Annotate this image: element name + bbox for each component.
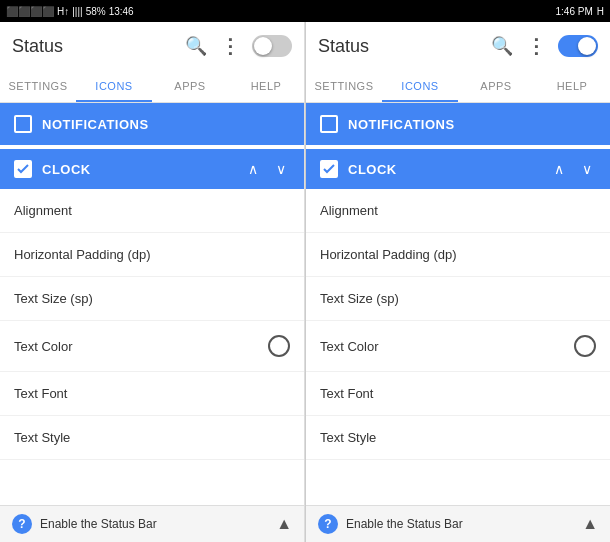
tab-apps-right[interactable]: APPS [458, 70, 534, 102]
panel-right: Status 🔍 ⋮ SETTINGS ICONS APPS HELP [306, 22, 610, 542]
check-icon-left [17, 164, 29, 174]
notification-label-right: NOTIFICATIONS [348, 117, 455, 132]
status-bar-right: 1:46 PM H [556, 6, 604, 17]
tab-help-left[interactable]: HELP [228, 70, 304, 102]
signal-text: H↑ [57, 6, 69, 17]
signal-bars: |||| [72, 6, 82, 17]
tabs-right: SETTINGS ICONS APPS HELP [306, 70, 610, 103]
settings-textfont-left[interactable]: Text Font [0, 372, 304, 416]
app-bar-actions-right: 🔍 ⋮ [490, 34, 598, 58]
search-button-right[interactable]: 🔍 [490, 34, 514, 58]
settings-alignment-left[interactable]: Alignment [0, 189, 304, 233]
settings-list-right: Alignment Horizontal Padding (dp) Text S… [306, 189, 610, 460]
color-circle-right[interactable] [574, 335, 596, 357]
notification-row-left[interactable]: NOTIFicaTIOns [0, 103, 304, 145]
clock-checkbox-left[interactable] [14, 160, 32, 178]
tab-icons-left[interactable]: ICONS [76, 70, 152, 102]
app-title-left: Status [12, 36, 63, 57]
tabs-left: SETTINGS ICONS APPS HELP [0, 70, 304, 103]
panels-container: Status 🔍 ⋮ SETTINGS ICONS APPS HELP [0, 22, 610, 542]
settings-textstyle-left[interactable]: Text Style [0, 416, 304, 460]
tab-help-right[interactable]: HELP [534, 70, 610, 102]
clock-row-right[interactable]: CLOCK ∧ ∨ [306, 149, 610, 189]
toggle-left[interactable] [252, 35, 292, 57]
app-bar-actions-left: 🔍 ⋮ [184, 34, 292, 58]
chevron-up-right[interactable]: ∧ [550, 159, 568, 179]
battery-text: 58% [86, 6, 106, 17]
settings-textsize-right[interactable]: Text Size (sp) [306, 277, 610, 321]
chevron-up-left[interactable]: ∧ [244, 159, 262, 179]
notification-label-left: NOTIFicaTIOns [42, 117, 149, 132]
extra-icon: H [597, 6, 604, 17]
toggle-thumb-right [578, 37, 596, 55]
settings-textstyle-right[interactable]: Text Style [306, 416, 610, 460]
panel-left: Status 🔍 ⋮ SETTINGS ICONS APPS HELP [0, 22, 305, 542]
settings-textfont-right[interactable]: Text Font [306, 372, 610, 416]
tab-icons-right[interactable]: ICONS [382, 70, 458, 102]
content-right: NOTIFICATIONS CLOCK ∧ ∨ Alignment [306, 103, 610, 505]
clock-label-right: CLOCK [348, 162, 540, 177]
tab-settings-right[interactable]: SETTINGS [306, 70, 382, 102]
bottom-bar-right[interactable]: ? Enable the Status Bar ▲ [306, 505, 610, 542]
settings-textsize-left[interactable]: Text Size (sp) [0, 277, 304, 321]
more-button-left[interactable]: ⋮ [218, 34, 242, 58]
clock-label-left: CLOCK [42, 162, 234, 177]
notification-checkbox-left[interactable] [14, 115, 32, 133]
bottom-bar-left[interactable]: ? Enable the Status Bar ▲ [0, 505, 304, 542]
time-left: 13:46 [109, 6, 134, 17]
bottom-chevron-left[interactable]: ▲ [276, 515, 292, 533]
time-right: 1:46 PM [556, 6, 593, 17]
status-bar: ⬛⬛⬛⬛ H↑ |||| 58% 13:46 1:46 PM H [0, 0, 610, 22]
settings-textcolor-right[interactable]: Text Color [306, 321, 610, 372]
toggle-right[interactable] [558, 35, 598, 57]
app-icons: ⬛⬛⬛⬛ [6, 6, 54, 17]
clock-row-left[interactable]: CLOCK ∧ ∨ [0, 149, 304, 189]
tab-apps-left[interactable]: APPS [152, 70, 228, 102]
clock-checkbox-right[interactable] [320, 160, 338, 178]
notification-row-right[interactable]: NOTIFICATIONS [306, 103, 610, 145]
content-left: NOTIFicaTIOns CLOCK ∧ ∨ Alignment [0, 103, 304, 505]
tab-settings-left[interactable]: SETTINGS [0, 70, 76, 102]
bottom-bar-text-right: Enable the Status Bar [346, 517, 574, 531]
app-bar-right: Status 🔍 ⋮ [306, 22, 610, 70]
color-circle-left[interactable] [268, 335, 290, 357]
settings-hpadding-left[interactable]: Horizontal Padding (dp) [0, 233, 304, 277]
toggle-thumb-left [254, 37, 272, 55]
check-icon-right [323, 164, 335, 174]
help-icon-right[interactable]: ? [318, 514, 338, 534]
help-icon-left[interactable]: ? [12, 514, 32, 534]
app-bar-left: Status 🔍 ⋮ [0, 22, 304, 70]
app-title-right: Status [318, 36, 369, 57]
bottom-chevron-right[interactable]: ▲ [582, 515, 598, 533]
more-button-right[interactable]: ⋮ [524, 34, 548, 58]
settings-alignment-right[interactable]: Alignment [306, 189, 610, 233]
bottom-bar-text-left: Enable the Status Bar [40, 517, 268, 531]
settings-hpadding-right[interactable]: Horizontal Padding (dp) [306, 233, 610, 277]
chevron-down-left[interactable]: ∨ [272, 159, 290, 179]
chevron-down-right[interactable]: ∨ [578, 159, 596, 179]
search-button-left[interactable]: 🔍 [184, 34, 208, 58]
status-bar-left: ⬛⬛⬛⬛ H↑ |||| 58% 13:46 [6, 6, 134, 17]
settings-list-left: Alignment Horizontal Padding (dp) Text S… [0, 189, 304, 460]
settings-textcolor-left[interactable]: Text Color [0, 321, 304, 372]
notification-checkbox-right[interactable] [320, 115, 338, 133]
